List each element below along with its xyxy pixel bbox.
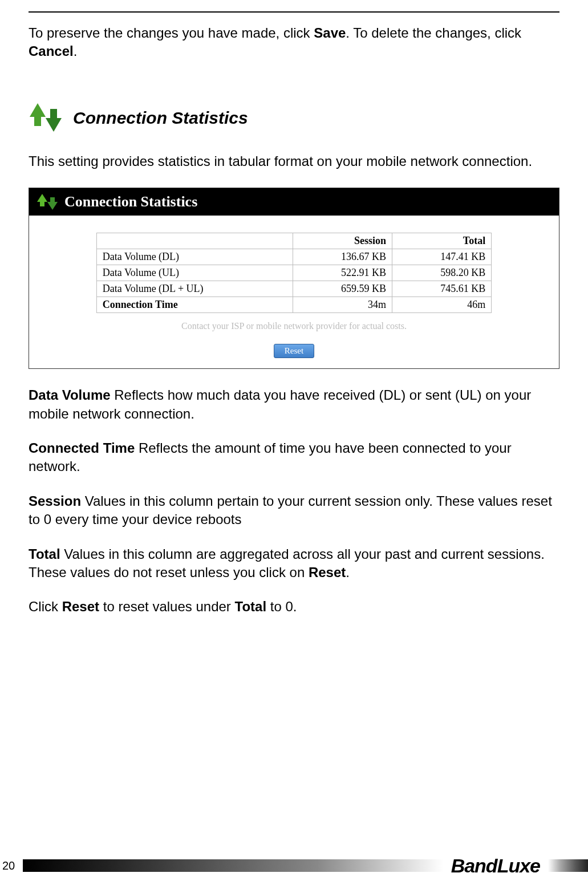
term: Data Volume xyxy=(29,387,111,403)
reset-word: Reset xyxy=(62,599,99,614)
term: Session xyxy=(29,493,81,509)
cancel-word: Cancel xyxy=(29,43,74,59)
row-label: Data Volume (DL) xyxy=(96,249,293,265)
end: to 0. xyxy=(266,599,297,614)
intro-mid: . To delete the changes, click xyxy=(346,25,521,40)
reset-word: Reset xyxy=(309,565,346,580)
disclaimer-text: Contact your ISP or mobile network provi… xyxy=(40,321,548,331)
top-rule xyxy=(29,11,559,13)
stats-table: Session Total Data Volume (DL)136.67 KB1… xyxy=(96,233,492,313)
col-session: Session xyxy=(293,233,392,249)
updown-arrows-icon xyxy=(37,193,58,211)
updown-arrows-icon xyxy=(29,101,63,135)
stats-panel: Connection Statistics Session Total Data… xyxy=(29,188,559,369)
def-data-volume: Data Volume Reflects how much data you h… xyxy=(29,386,559,423)
panel-body: Session Total Data Volume (DL)136.67 KB1… xyxy=(29,216,559,368)
brand-logo: BandLuxe xyxy=(443,855,548,877)
table-row: Data Volume (DL + UL)659.59 KB745.61 KB xyxy=(96,281,491,297)
col-total: Total xyxy=(392,233,492,249)
col-blank xyxy=(96,233,293,249)
panel-title: Connection Statistics xyxy=(64,193,197,210)
section-description: This setting provides statistics in tabu… xyxy=(29,152,559,170)
footer-gradient-right xyxy=(548,859,588,872)
save-word: Save xyxy=(314,25,346,40)
intro-pre: To preserve the changes you have made, c… xyxy=(29,25,314,40)
table-row: Data Volume (DL)136.67 KB147.41 KB xyxy=(96,249,491,265)
term: Connected Time xyxy=(29,440,135,456)
intro-paragraph: To preserve the changes you have made, c… xyxy=(29,24,559,61)
reset-button[interactable]: Reset xyxy=(274,344,314,358)
row-session: 659.59 KB xyxy=(293,281,392,297)
panel-header: Connection Statistics xyxy=(29,188,559,216)
def-total: Total Values in this column are aggregat… xyxy=(29,545,559,582)
intro-end: . xyxy=(74,43,78,59)
def-connected-time: Connected Time Reflects the amount of ti… xyxy=(29,439,559,476)
section-title: Connection Statistics xyxy=(73,108,248,128)
total-word: Total xyxy=(235,599,267,614)
table-row: Connection Time34m46m xyxy=(96,297,491,313)
table-header-row: Session Total xyxy=(96,233,491,249)
section-header: Connection Statistics xyxy=(29,101,559,135)
page-footer: 20 BandLuxe xyxy=(0,854,588,877)
definitions: Data Volume Reflects how much data you h… xyxy=(29,386,559,616)
row-total: 46m xyxy=(392,297,492,313)
term: Total xyxy=(29,546,60,562)
text: Values in this column pertain to your cu… xyxy=(29,493,552,527)
row-session: 34m xyxy=(293,297,392,313)
row-total: 745.61 KB xyxy=(392,281,492,297)
end: . xyxy=(346,565,350,580)
text: Values in this column are aggregated acr… xyxy=(29,546,545,580)
def-session: Session Values in this column pertain to… xyxy=(29,492,559,529)
row-total: 598.20 KB xyxy=(392,265,492,281)
mid: to reset values under xyxy=(99,599,234,614)
table-row: Data Volume (UL)522.91 KB598.20 KB xyxy=(96,265,491,281)
row-label: Data Volume (DL + UL) xyxy=(96,281,293,297)
footer-gradient-left xyxy=(23,859,443,872)
page-number: 20 xyxy=(0,859,23,872)
row-label: Data Volume (UL) xyxy=(96,265,293,281)
row-label: Connection Time xyxy=(96,297,293,313)
row-session: 522.91 KB xyxy=(293,265,392,281)
row-session: 136.67 KB xyxy=(293,249,392,265)
row-total: 147.41 KB xyxy=(392,249,492,265)
pre: Click xyxy=(29,599,62,614)
def-reset-line: Click Reset to reset values under Total … xyxy=(29,598,559,616)
